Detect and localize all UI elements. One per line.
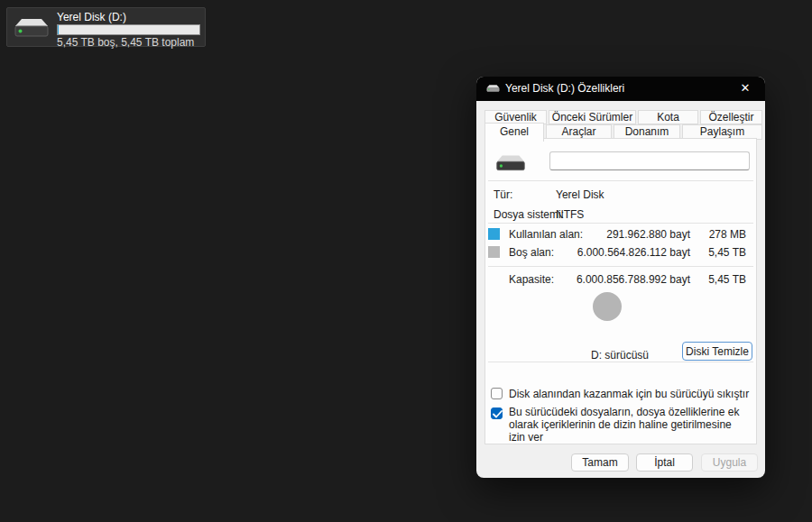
tab-genel[interactable]: Genel: [484, 123, 544, 142]
separator: [488, 223, 753, 224]
cancel-button[interactable]: İptal: [636, 453, 693, 472]
compress-checkbox[interactable]: [491, 388, 503, 399]
volume-label-input[interactable]: [549, 151, 750, 170]
free-space-row: Boş alan: 6.000.564.826.112 bayt 5,45 TB: [485, 246, 756, 259]
used-space-row: Kullanılan alan: 291.962.880 bayt 278 MB: [485, 228, 756, 241]
filesystem-label: Dosya sistemi:: [494, 208, 564, 221]
free-bytes: 6.000.564.826.112 bayt: [577, 246, 690, 259]
general-tab-page: Tür: Yerel Disk Dosya sistemi: NTFS Kull…: [484, 138, 757, 444]
close-icon: ✕: [741, 81, 751, 95]
free-size: 5,45 TB: [708, 246, 746, 259]
compress-checkbox-label[interactable]: Disk alanından kazanmak için bu sürücüyü…: [509, 388, 751, 400]
tab-onceki-surumler[interactable]: Önceki Sürümler: [549, 110, 636, 124]
check-icon: [493, 410, 503, 418]
filesystem-value: NTFS: [556, 208, 584, 221]
separator: [488, 362, 753, 362]
drive-usage-bar: [57, 24, 200, 35]
drive-details: 5,45 TB boş, 5,45 TB toplam: [57, 36, 194, 49]
used-color-swatch: [488, 228, 500, 240]
tab-kota[interactable]: Kota: [638, 110, 698, 124]
type-label: Tür:: [494, 188, 512, 201]
type-value: Yerel Disk: [556, 188, 604, 201]
used-label: Kullanılan alan:: [509, 228, 583, 241]
dialog-titlebar[interactable]: Yerel Disk (D:) Özellikleri ✕: [476, 77, 765, 101]
capacity-label: Kapasite:: [509, 273, 554, 286]
ok-button[interactable]: Tamam: [571, 453, 629, 472]
free-color-swatch: [488, 246, 500, 258]
drive-icon-small: [486, 84, 500, 93]
index-checkbox-label[interactable]: Bu sürücüdeki dosyaların, dosya özellikl…: [509, 406, 751, 444]
capacity-size: 5,45 TB: [708, 273, 746, 286]
properties-dialog: Yerel Disk (D:) Özellikleri ✕ Güvenlik Ö…: [476, 77, 765, 478]
close-button[interactable]: ✕: [725, 77, 765, 101]
dialog-title: Yerel Disk (D:) Özellikleri: [505, 77, 624, 101]
index-checkbox[interactable]: [491, 408, 503, 419]
disk-cleanup-button[interactable]: Diski Temizle: [682, 342, 752, 361]
free-label: Boş alan:: [509, 246, 554, 259]
drive-tile[interactable]: Yerel Disk (D:) 5,45 TB boş, 5,45 TB top…: [6, 7, 206, 47]
drive-usage-bar-fill: [58, 25, 59, 34]
drive-icon-dialog: [495, 153, 526, 173]
tab-ozellestir[interactable]: Özelleştir: [700, 110, 762, 124]
apply-button[interactable]: Uygula: [701, 453, 758, 472]
used-size: 278 MB: [709, 228, 746, 241]
used-bytes: 291.962.880 bayt: [606, 228, 690, 241]
capacity-row: Kapasite: 6.000.856.788.992 bayt 5,45 TB: [485, 273, 756, 286]
drive-caption: D: sürücüsü: [575, 349, 665, 362]
separator: [488, 266, 753, 267]
disk-usage-donut: [593, 292, 622, 321]
drive-icon: [14, 16, 50, 40]
capacity-bytes: 6.000.856.788.992 bayt: [577, 273, 690, 286]
drive-name: Yerel Disk (D:): [57, 11, 126, 23]
separator: [488, 180, 753, 181]
